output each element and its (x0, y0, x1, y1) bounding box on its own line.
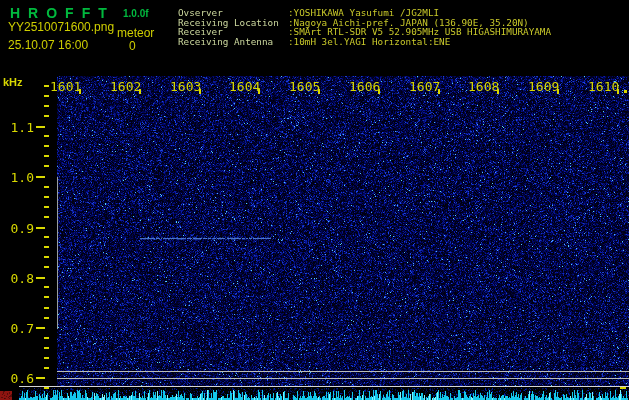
info-value: :10mH 3el.YAGI Horizontal:ENE (288, 36, 450, 47)
freq-minor-tick (44, 105, 49, 107)
time-tick-label: 1602 (110, 79, 141, 94)
observer-info: Ovserver:YOSHIKAWA Yasufumi /JG2MLIRecei… (178, 8, 551, 46)
freq-major-tick (36, 377, 45, 379)
strip-tick-right (620, 387, 626, 389)
time-tick-label: 1605 (289, 79, 320, 94)
khz-axis-unit-label: kHz (3, 76, 23, 88)
time-tick-label: 1601 (50, 79, 81, 94)
freq-tick-label: 0.8 (4, 271, 34, 286)
freq-tick-label: 0.6 (4, 371, 34, 386)
app-title: HROFFT (10, 5, 115, 21)
time-tick-label: 1604 (229, 79, 260, 94)
freq-minor-tick (44, 357, 49, 359)
freq-major-tick (36, 126, 45, 128)
freq-minor-tick (44, 387, 49, 389)
freq-minor-tick (44, 296, 49, 298)
freq-major-tick (36, 176, 45, 178)
mode-label: meteor (117, 26, 154, 40)
time-tick-label: 1607 (409, 79, 440, 94)
freq-minor-tick (44, 145, 49, 147)
freq-minor-tick (44, 367, 49, 369)
time-tick (79, 89, 81, 94)
time-tick-label: 1609 (528, 79, 559, 94)
capture-datetime: 25.10.07 16:00 (8, 38, 88, 52)
freq-tick-label: 1.1 (4, 120, 34, 135)
freq-minor-tick (44, 236, 49, 238)
freq-major-tick (36, 227, 45, 229)
time-tick (318, 89, 320, 94)
freq-minor-tick (44, 165, 49, 167)
time-tick (624, 90, 627, 93)
freq-minor-tick (44, 337, 49, 339)
freq-tick-label: 0.9 (4, 221, 34, 236)
freq-minor-tick (44, 85, 49, 87)
freq-minor-tick (44, 115, 49, 117)
freq-minor-tick (44, 155, 49, 157)
info-row: Receiving Antenna:10mH 3el.YAGI Horizont… (178, 37, 551, 47)
echo-count: 0 (129, 39, 136, 53)
freq-minor-tick (44, 206, 49, 208)
freq-minor-tick (44, 317, 49, 319)
time-tick (438, 89, 440, 94)
freq-minor-tick (44, 216, 49, 218)
info-label: Receiving Antenna (178, 37, 288, 47)
freq-major-tick (36, 277, 45, 279)
time-tick (617, 89, 619, 94)
freq-minor-tick (44, 95, 49, 97)
time-tick-label: 1606 (349, 79, 380, 94)
time-tick (199, 89, 201, 94)
freq-minor-tick (44, 266, 49, 268)
freq-minor-tick (44, 246, 49, 248)
app-version: 1.0.0f (123, 8, 149, 19)
time-tick-label: 1608 (468, 79, 499, 94)
freq-major-tick (36, 327, 45, 329)
freq-minor-tick (44, 307, 49, 309)
time-tick (378, 89, 380, 94)
freq-minor-tick (44, 347, 49, 349)
freq-minor-tick (44, 286, 49, 288)
freq-tick-label: 0.7 (4, 321, 34, 336)
time-tick-label: 1603 (170, 79, 201, 94)
freq-minor-tick (44, 256, 49, 258)
time-tick (139, 89, 141, 94)
freq-minor-tick (44, 135, 49, 137)
time-tick (258, 89, 260, 94)
hrofft-window: HROFFT 1.0.0f YY2510071600.png meteor 25… (0, 0, 629, 400)
freq-minor-tick (44, 196, 49, 198)
time-tick (497, 89, 499, 94)
time-tick (557, 89, 559, 94)
time-tick-label: 1610 (588, 79, 619, 94)
output-filename: YY2510071600.png (8, 20, 114, 34)
spectrogram-canvas (0, 0, 629, 400)
freq-tick-label: 1.0 (4, 170, 34, 185)
freq-minor-tick (44, 186, 49, 188)
